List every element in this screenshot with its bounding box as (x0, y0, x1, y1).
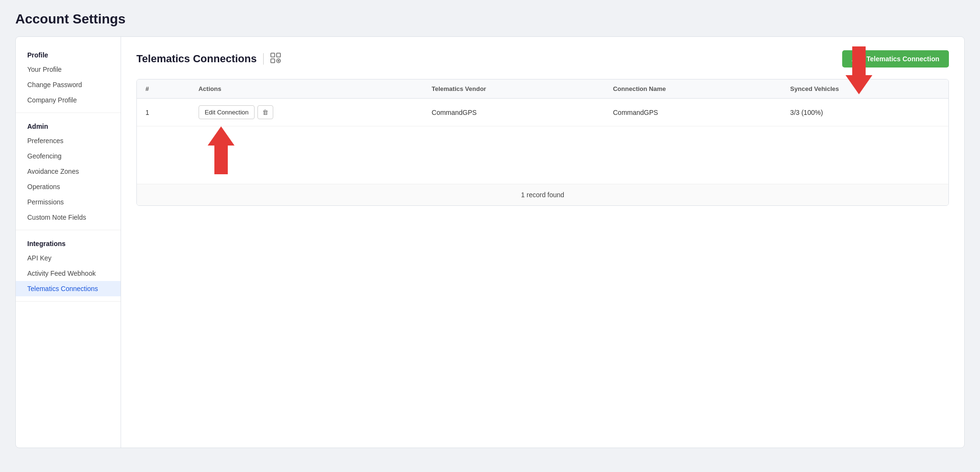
record-count: 1 record found (137, 184, 948, 205)
sidebar-section-1: Admin (16, 118, 121, 133)
sidebar-item-preferences[interactable]: Preferences (16, 133, 121, 148)
table-row: 1 Edit Connection 🗑 CommandGPS CommandGP… (137, 99, 948, 126)
sidebar-divider-1 (16, 230, 121, 230)
col-vendor: Telematics Vendor (423, 79, 604, 99)
sidebar-item-api-key[interactable]: API Key (16, 250, 121, 266)
sidebar-divider-2 (16, 301, 121, 302)
trash-icon: 🗑 (262, 109, 268, 116)
edit-arrow-spacer (137, 126, 948, 184)
edit-connection-button[interactable]: Edit Connection (199, 105, 255, 119)
sidebar-item-custom-note-fields[interactable]: Custom Note Fields (16, 210, 121, 225)
sidebar-item-avoidance-zones[interactable]: Avoidance Zones (16, 164, 121, 179)
table-header-row: # Actions Telematics Vendor Connection N… (137, 79, 948, 99)
sidebar-item-telematics-connections[interactable]: Telematics Connections (16, 281, 121, 296)
row-vendor: CommandGPS (423, 99, 604, 126)
page-title: Account Settings (15, 11, 965, 27)
content-title-area: Telematics Connections (136, 53, 281, 66)
row-num: 1 (137, 99, 190, 126)
telematics-table-container: # Actions Telematics Vendor Connection N… (136, 79, 949, 206)
main-card: ProfileYour ProfileChange PasswordCompan… (15, 36, 965, 448)
edit-button-arrow (208, 126, 234, 174)
sidebar-item-operations[interactable]: Operations (16, 179, 121, 194)
col-actions: Actions (190, 79, 423, 99)
sidebar: ProfileYour ProfileChange PasswordCompan… (16, 37, 121, 448)
sidebar-section-0: Profile (16, 46, 121, 62)
add-button-arrow (846, 46, 872, 94)
col-connection-name: Connection Name (604, 79, 781, 99)
delete-connection-button[interactable]: 🗑 (257, 105, 273, 119)
sidebar-section-2: Integrations (16, 235, 121, 250)
content-header: Telematics Connections Add Telematics Co… (136, 50, 949, 67)
svg-rect-0 (271, 53, 275, 57)
svg-rect-2 (271, 59, 275, 63)
row-connection-name: CommandGPS (604, 99, 781, 126)
svg-rect-1 (277, 53, 280, 57)
sidebar-item-geofencing[interactable]: Geofencing (16, 148, 121, 164)
content-title: Telematics Connections (136, 53, 256, 65)
sidebar-item-your-profile[interactable]: Your Profile (16, 62, 121, 77)
telematics-table: # Actions Telematics Vendor Connection N… (137, 79, 948, 126)
col-num: # (137, 79, 190, 99)
sidebar-divider-0 (16, 112, 121, 113)
content-area: Telematics Connections Add Telematics Co… (121, 37, 964, 448)
row-actions: Edit Connection 🗑 (190, 99, 423, 126)
telematics-icon (270, 53, 281, 66)
title-divider (263, 53, 264, 65)
sidebar-item-change-password[interactable]: Change Password (16, 77, 121, 92)
actions-cell: Edit Connection 🗑 (199, 105, 414, 119)
row-synced-vehicles: 3/3 (100%) (781, 99, 948, 126)
sidebar-item-permissions[interactable]: Permissions (16, 194, 121, 210)
sidebar-item-activity-feed-webhook[interactable]: Activity Feed Webhook (16, 266, 121, 281)
sidebar-item-company-profile[interactable]: Company Profile (16, 92, 121, 108)
